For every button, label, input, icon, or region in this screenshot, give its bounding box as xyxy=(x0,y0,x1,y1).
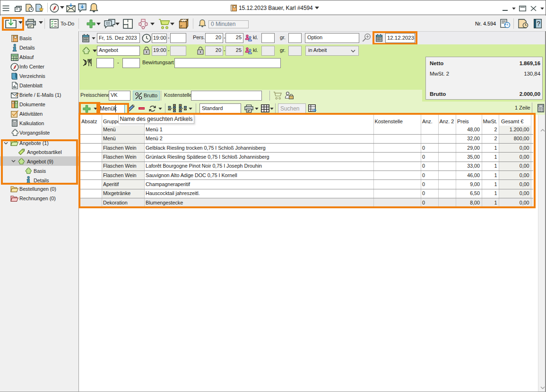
svg-text:?: ? xyxy=(537,20,540,27)
